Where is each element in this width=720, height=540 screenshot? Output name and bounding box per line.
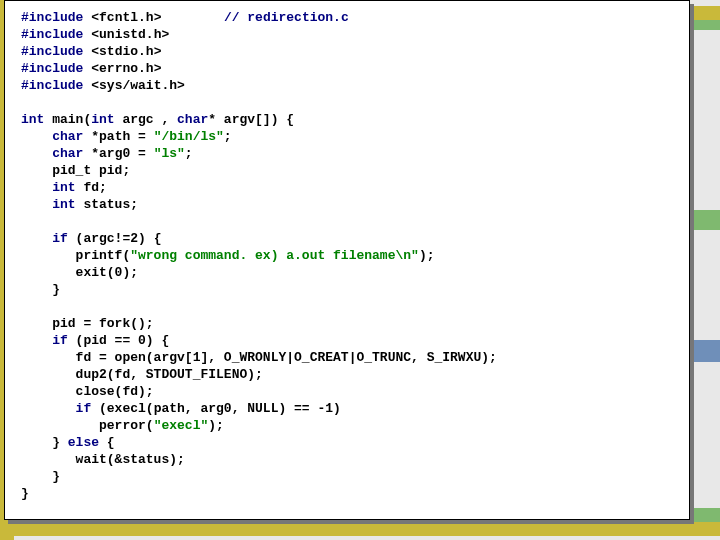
comment: // redirection.c — [224, 10, 349, 25]
code-line: } — [21, 486, 29, 501]
code-line: wait(&status); — [21, 452, 185, 467]
keyword: int — [21, 180, 76, 195]
header: <unistd.h> — [91, 27, 169, 42]
keyword: else — [68, 435, 99, 450]
header: <stdio.h> — [91, 44, 161, 59]
header: <errno.h> — [91, 61, 161, 76]
keyword: char — [21, 146, 83, 161]
keyword: int — [21, 197, 76, 212]
string: "ls" — [154, 146, 185, 161]
code-line: dup2(fd, STDOUT_FILENO); — [21, 367, 263, 382]
code-line: } — [21, 469, 60, 484]
code-line: exit(0); — [21, 265, 138, 280]
header: <fcntl.h> — [91, 10, 161, 25]
keyword: #include — [21, 44, 83, 59]
keyword: char — [177, 112, 208, 127]
keyword: if — [21, 231, 68, 246]
string: "/bin/ls" — [154, 129, 224, 144]
keyword: #include — [21, 10, 83, 25]
code-snippet-box: #include <fcntl.h> // redirection.c #inc… — [4, 0, 690, 520]
keyword: #include — [21, 61, 83, 76]
string: "execl" — [154, 418, 209, 433]
code-line: close(fd); — [21, 384, 154, 399]
keyword: #include — [21, 78, 83, 93]
code-line: pid_t pid; — [21, 163, 130, 178]
header: <sys/wait.h> — [91, 78, 185, 93]
code-line: pid = fork(); — [21, 316, 154, 331]
code-line: } — [21, 282, 60, 297]
keyword: int — [91, 112, 114, 127]
code-line: fd = open(argv[1], O_WRONLY|O_CREAT|O_TR… — [21, 350, 497, 365]
string: "wrong command. ex) a.out filename\n" — [130, 248, 419, 263]
bg-stripe — [0, 522, 720, 536]
keyword: if — [21, 333, 68, 348]
keyword: char — [21, 129, 83, 144]
keyword: if — [21, 401, 91, 416]
source-code: #include <fcntl.h> // redirection.c #inc… — [21, 9, 673, 502]
keyword: int — [21, 112, 44, 127]
keyword: #include — [21, 27, 83, 42]
